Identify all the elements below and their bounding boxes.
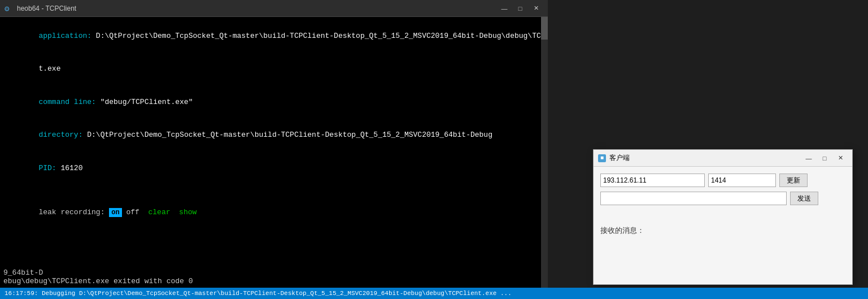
dialog-icon: ■ <box>598 154 606 162</box>
label-cmdline: command line: <box>38 98 100 106</box>
dialog-title: 客户端 <box>609 153 801 163</box>
label-application: application: <box>38 32 95 40</box>
close-button[interactable]: ✕ <box>529 3 543 14</box>
minimize-button[interactable]: — <box>497 3 512 14</box>
app-icon: ⚙ <box>5 4 14 13</box>
dialog-window-controls: — □ ✕ <box>801 153 848 163</box>
dialog-row-connection: 更新 <box>600 174 845 187</box>
terminal-line-4: directory: D:\QtProject\Demo_TcpSocket_Q… <box>3 119 544 152</box>
lower-terminal: 9_64bit-D ebug\debug\TCPClient.exe exite… <box>0 266 548 288</box>
title-bar: ⚙ heob64 - TCPClient — □ ✕ <box>0 0 548 17</box>
scrollbar-thumb[interactable] <box>541 17 548 40</box>
leak-off: off <box>122 208 139 216</box>
main-window: ⚙ heob64 - TCPClient — □ ✕ application: … <box>0 0 548 299</box>
window-title: heob64 - TCPClient <box>17 5 497 12</box>
scrollbar[interactable] <box>541 17 548 299</box>
terminal-line-5: PID: 16120 <box>3 151 544 185</box>
bottom-status-text: 16:17:59: Debugging D:\QtProject\Demo_Tc… <box>5 290 512 297</box>
send-button[interactable]: 发送 <box>790 192 818 205</box>
port-input[interactable] <box>708 174 776 187</box>
lower-line-1: 9_64bit-D <box>3 268 544 277</box>
leak-on-badge: on <box>109 208 121 218</box>
dialog-title-bar: ■ 客户端 — □ ✕ <box>594 150 852 167</box>
dialog-row-received: 接收的消息： <box>600 221 845 236</box>
dialog-close-button[interactable]: ✕ <box>833 153 848 163</box>
leak-show: show <box>170 208 197 216</box>
value-application: D:\QtProject\Demo_TcpSocket_Qt-master\bu… <box>96 32 548 40</box>
maximize-button[interactable]: □ <box>513 3 527 14</box>
message-input[interactable] <box>600 192 787 205</box>
label-pid: PID: <box>38 164 60 172</box>
label-leak: leak recording: <box>38 208 109 216</box>
dialog-row-message: 发送 <box>600 192 845 205</box>
label-directory: directory: <box>38 131 87 139</box>
terminal-line-leak: leak recording: on off clear show <box>3 196 544 229</box>
value-directory: D:\QtProject\Demo_TcpSocket_Qt-master\bu… <box>87 131 492 139</box>
terminal-blank-1 <box>3 185 544 196</box>
lower-line-2: ebug\debug\TCPClient.exe exited with cod… <box>3 277 544 285</box>
value-cmdline: "debug/TCPClient.exe" <box>101 98 193 106</box>
terminal-line-2: t.exe <box>3 53 544 86</box>
terminal-line-3: command line: "debug/TCPClient.exe" <box>3 85 544 119</box>
received-label: 接收的消息： <box>600 226 644 236</box>
dialog-minimize-button[interactable]: — <box>801 153 816 163</box>
terminal-blank-2 <box>3 229 544 240</box>
leak-clear: clear <box>139 208 171 216</box>
dialog-body: 更新 发送 接收的消息： <box>594 167 852 284</box>
value-pid: 16120 <box>60 164 82 172</box>
update-button[interactable]: 更新 <box>779 174 808 187</box>
terminal-line-1: application: D:\QtProject\Demo_TcpSocket… <box>3 19 544 53</box>
ip-input[interactable] <box>600 174 705 187</box>
terminal-content: application: D:\QtProject\Demo_TcpSocket… <box>0 17 548 242</box>
dialog-maximize-button[interactable]: □ <box>817 153 832 163</box>
window-controls: — □ ✕ <box>497 3 543 14</box>
bottom-status-bar: 16:17:59: Debugging D:\QtProject\Demo_Tc… <box>0 288 868 299</box>
terminal-area: application: D:\QtProject\Demo_TcpSocket… <box>0 17 548 299</box>
client-dialog: ■ 客户端 — □ ✕ 更新 发送 接收的消息： <box>593 149 853 285</box>
